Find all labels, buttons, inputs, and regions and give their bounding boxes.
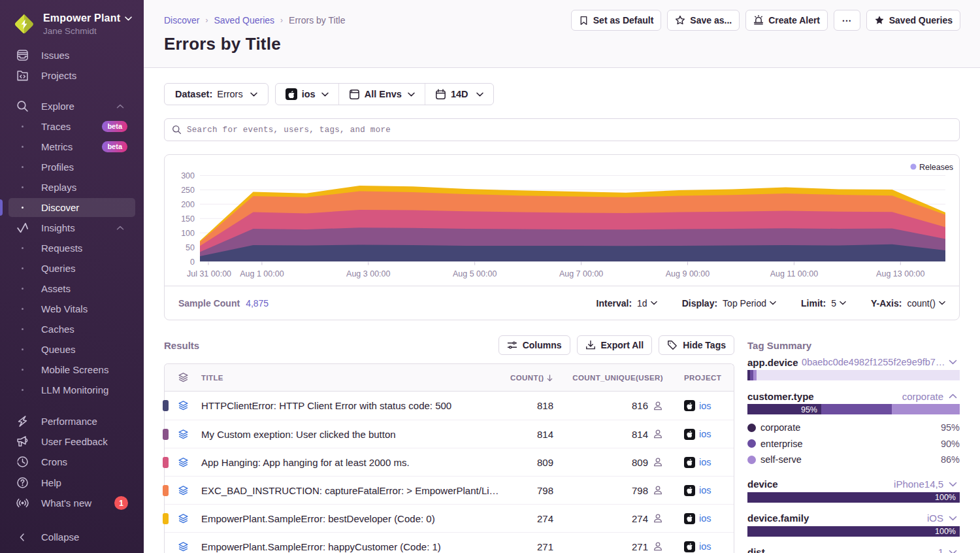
svg-text:Jul 31 00:00: Jul 31 00:00	[187, 269, 231, 278]
svg-text:200: 200	[181, 200, 195, 209]
svg-text:Aug 11 00:00: Aug 11 00:00	[770, 269, 818, 278]
svg-text:Aug 1 00:00: Aug 1 00:00	[240, 269, 284, 278]
svg-text:300: 300	[181, 171, 195, 180]
svg-text:50: 50	[186, 243, 195, 252]
svg-text:Releases: Releases	[919, 163, 953, 172]
svg-text:250: 250	[181, 186, 195, 195]
svg-text:Aug 3 00:00: Aug 3 00:00	[346, 269, 390, 278]
svg-text:100: 100	[181, 229, 195, 238]
svg-text:Aug 9 00:00: Aug 9 00:00	[666, 269, 710, 278]
svg-text:Aug 7 00:00: Aug 7 00:00	[559, 269, 603, 278]
svg-text:0: 0	[190, 258, 195, 267]
svg-text:Aug 13 00:00: Aug 13 00:00	[876, 269, 924, 278]
svg-text:Aug 5 00:00: Aug 5 00:00	[453, 269, 497, 278]
svg-text:150: 150	[181, 214, 195, 224]
